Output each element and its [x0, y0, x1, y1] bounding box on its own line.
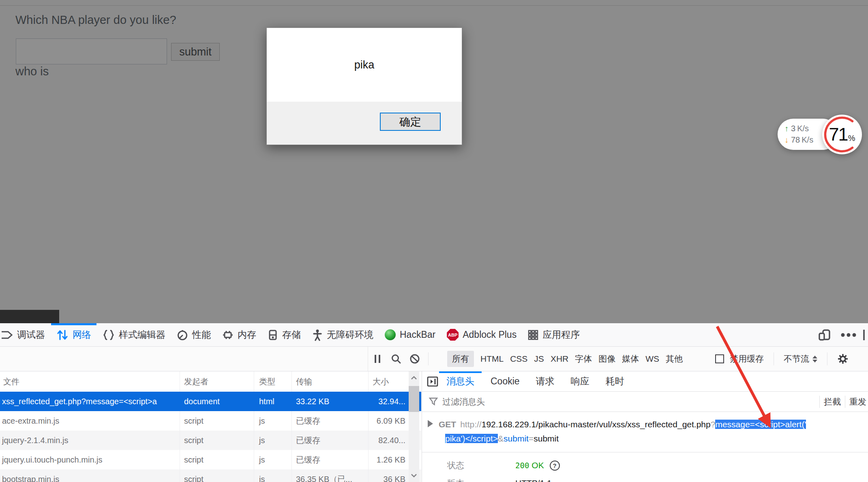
toolbar-spacer [0, 347, 368, 371]
network-arrows-icon [56, 329, 69, 341]
toolbar-divider [827, 352, 827, 365]
table-row[interactable]: bootstrap.min.js script js 36.35 KB（已...… [0, 469, 421, 482]
request-url-line1: GEThttp://192.168.229.1/pikachu-master/v… [428, 417, 864, 431]
braces-icon [103, 329, 115, 341]
upload-speed: ↑3K/s [784, 124, 809, 133]
chip-icon [222, 329, 234, 341]
updown-arrows-icon [812, 356, 817, 363]
percent-value: 71 % [822, 115, 862, 154]
alert-ok-button[interactable]: 确定 [380, 113, 441, 131]
accessibility-person-icon [312, 329, 323, 341]
filter-xhr[interactable]: XHR [551, 354, 568, 364]
active-tab-indicator [51, 323, 96, 325]
grid-icon [528, 330, 538, 340]
disclosure-triangle-icon[interactable] [428, 420, 433, 427]
filter-other[interactable]: 其他 [666, 353, 683, 365]
table-scrollbar[interactable] [409, 371, 419, 482]
status-tooltip-box [0, 310, 59, 323]
percent-ring-widget: 71 % [822, 115, 862, 154]
page-top-divider [0, 5, 868, 6]
meatball-menu-icon[interactable] [840, 333, 857, 337]
split-panel-icon[interactable] [427, 376, 438, 387]
filter-all[interactable]: 所有 [447, 351, 474, 367]
alert-dialog: pika 确定 [266, 28, 462, 145]
status-text: OK [532, 461, 544, 470]
scrollbar-thumb[interactable] [409, 386, 419, 412]
filter-ws[interactable]: WS [645, 354, 659, 364]
disable-cache-label: 禁用缓存 [730, 353, 764, 365]
request-details-pane: 消息头 Cookie 请求 响应 耗时 过滤消息头 拦截 重发 [422, 371, 868, 482]
pause-button[interactable] [368, 354, 387, 364]
col-initiator[interactable]: 发起者 [180, 371, 254, 392]
col-transferred[interactable]: 传输 [292, 371, 369, 392]
table-row[interactable]: ace-extra.min.js script js 已缓存 6.09 KB [0, 411, 421, 431]
filter-css[interactable]: CSS [510, 354, 527, 364]
block-request-button[interactable]: 拦截 [820, 396, 845, 407]
tab-application[interactable]: 应用程序 [522, 323, 585, 346]
headers-filter-input[interactable]: 过滤消息头 [442, 396, 485, 407]
filter-images[interactable]: 图像 [598, 353, 615, 365]
tab-memory[interactable]: 内存 [216, 323, 262, 346]
filter-js[interactable]: JS [534, 354, 544, 364]
disable-cache-checkbox[interactable] [715, 354, 724, 363]
filter-html[interactable]: HTML [480, 354, 504, 364]
search-button[interactable] [387, 354, 405, 364]
alert-footer: 确定 [267, 102, 462, 145]
funnel-icon [429, 397, 438, 407]
har-gear-icon[interactable] [837, 353, 849, 365]
page-who-is-text: who is [15, 65, 49, 78]
table-row[interactable]: xss_reflected_get.php?message=<script>a … [0, 392, 421, 411]
help-question-icon[interactable]: ? [550, 461, 560, 471]
col-type[interactable]: 类型 [254, 371, 292, 392]
alert-message: pika [267, 28, 462, 102]
player-input[interactable] [16, 38, 167, 64]
request-url-block: GEThttp://192.168.229.1/pikachu-master/v… [422, 412, 868, 452]
block-url-button[interactable] [405, 354, 424, 364]
details-tabbar: 消息头 Cookie 请求 响应 耗时 [422, 371, 868, 392]
tab-adblock-plus[interactable]: ABP Adblock Plus [441, 323, 522, 346]
col-size[interactable]: 大小 [369, 371, 409, 392]
filter-fonts[interactable]: 字体 [575, 353, 592, 365]
clipped-edge-icon [863, 330, 865, 340]
details-tab-request[interactable]: 请求 [528, 371, 563, 391]
submit-button[interactable]: submit [171, 43, 220, 61]
status-row: 状态 200 OK ? [422, 460, 868, 471]
details-tab-response[interactable]: 响应 [563, 371, 598, 391]
details-tab-timings[interactable]: 耗时 [598, 371, 632, 391]
details-tab-headers[interactable]: 消息头 [438, 371, 482, 391]
scroll-up-icon[interactable] [409, 372, 419, 384]
toolbar-divider [774, 352, 774, 365]
col-file[interactable]: 文件 [0, 371, 180, 392]
table-row[interactable]: jquery.ui.touch-punch.min.js script js 已… [0, 450, 421, 469]
network-toolbar: 所有 HTML CSS JS XHR 字体 图像 媒体 WS 其他 禁用缓存 不… [0, 347, 868, 371]
resend-button[interactable]: 重发 [845, 396, 868, 407]
tab-storage[interactable]: 存储 [262, 323, 306, 346]
throttle-select[interactable]: 不节流 [784, 353, 817, 365]
details-tab-cookie[interactable]: Cookie [482, 371, 528, 391]
filter-media[interactable]: 媒体 [622, 353, 639, 365]
storage-icon [268, 329, 278, 341]
tab-hackbar[interactable]: HackBar [379, 323, 441, 346]
abp-octagon-icon: ABP [447, 329, 459, 341]
request-url-line2: pika')</script>&submit=submit [445, 431, 864, 446]
tab-accessibility[interactable]: 无障碍环境 [306, 323, 379, 346]
http-version: HTTP/1.1 [515, 478, 552, 482]
highlighted-xss-payload: pika')</script> [445, 434, 498, 443]
debugger-icon [2, 330, 13, 340]
version-row: 版本 HTTP/1.1 [422, 478, 868, 482]
page-question: Which NBA player do you like? [15, 13, 176, 27]
download-speed: ↓78K/s [784, 135, 813, 145]
table-row[interactable]: jquery-2.1.4.min.js script js 已缓存 82.40.… [0, 431, 421, 450]
gauge-icon [177, 329, 188, 341]
screenshot-root: Which NBA player do you like? submit who… [0, 0, 868, 482]
tab-performance[interactable]: 性能 [171, 323, 216, 346]
tab-network[interactable]: 网络 [51, 323, 97, 346]
scroll-down-icon[interactable] [409, 470, 419, 481]
hackbar-globe-icon [385, 329, 396, 340]
responsive-design-icon[interactable] [818, 328, 832, 341]
tab-debugger[interactable]: 调试器 [0, 323, 51, 346]
active-tab-indicator [439, 371, 482, 373]
tab-style-editor[interactable]: 样式编辑器 [97, 323, 171, 346]
upload-arrow-icon: ↑ [784, 124, 789, 133]
highlighted-xss-payload: message=<script>alert(' [715, 420, 806, 429]
